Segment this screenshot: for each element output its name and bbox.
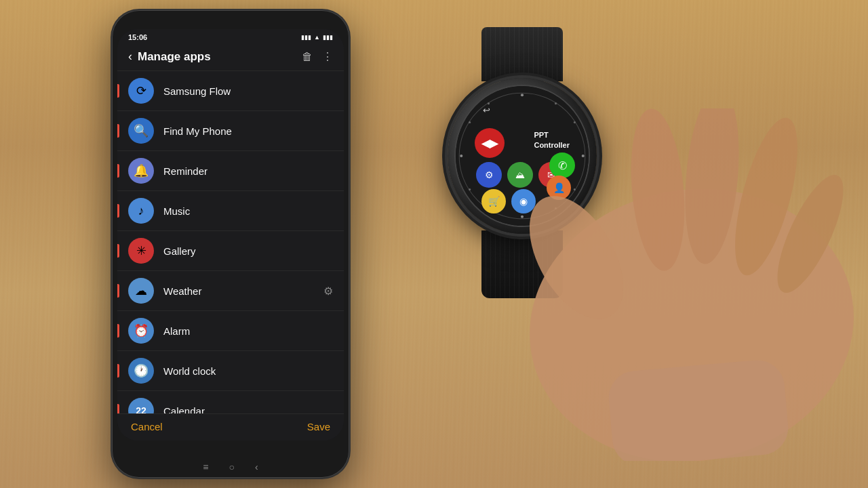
- svg-point-1: [521, 94, 524, 96]
- back-icon[interactable]: ‹: [255, 462, 258, 472]
- app-name-samsung-flow: Samsung Flow: [163, 85, 333, 97]
- header-left: ‹ Manage apps: [128, 49, 211, 64]
- watch-band-top: [481, 27, 563, 81]
- status-icons: ▮▮▮ ▲ ▮▮▮: [301, 34, 333, 41]
- header-actions: 🗑 ⋮: [302, 50, 333, 63]
- app-icon-weather: ☁: [128, 278, 154, 304]
- app-name-find-my-phone: Find My Phone: [163, 125, 333, 137]
- list-item[interactable]: 🔍 Find My Phone: [117, 111, 344, 151]
- delete-icon[interactable]: 🗑: [302, 51, 313, 63]
- app-icon-music: ♪: [128, 198, 154, 224]
- app-icon-calendar: 22: [128, 398, 154, 413]
- app-name-alarm: Alarm: [163, 325, 333, 337]
- bottom-bar: Cancel Save: [117, 413, 344, 441]
- svg-point-6: [574, 121, 576, 123]
- watch-screen: ↩ ◀▶ PPT Controller ⚙ ⛰ ✉ 🛒 ◉: [456, 86, 589, 226]
- list-item[interactable]: 🔔 Reminder: [117, 151, 344, 191]
- svg-point-5: [555, 102, 557, 104]
- list-item[interactable]: ☁ Weather ⚙: [117, 271, 344, 311]
- band-texture-top: [481, 27, 563, 81]
- watch-ppt-icon[interactable]: ◀▶: [475, 128, 505, 158]
- save-button[interactable]: Save: [307, 421, 330, 432]
- list-item[interactable]: 🕐 World clock: [117, 351, 344, 391]
- app-icon-world-clock: 🕐: [128, 358, 154, 384]
- settings-icon[interactable]: ⚙: [323, 285, 333, 298]
- signal-icon: ▮▮▮: [323, 34, 333, 41]
- app-icon-samsung-flow: ⟳: [128, 78, 154, 104]
- app-name-music: Music: [163, 205, 333, 217]
- watch-extra-icons: 🛒 ◉: [481, 189, 536, 214]
- menu-icon[interactable]: ≡: [203, 462, 208, 472]
- watch-icon-contacts[interactable]: 👤: [547, 176, 571, 200]
- watch-app-label: PPT Controller: [534, 130, 570, 151]
- app-name-gallery: Gallery: [163, 245, 333, 257]
- phone-device: 15:06 ▮▮▮ ▲ ▮▮▮ ‹ Manage apps 🗑 ⋮ ⟳ Sam: [112, 10, 349, 478]
- app-icon-gallery: ✳: [128, 238, 154, 264]
- app-name-world-clock: World clock: [163, 365, 333, 377]
- svg-point-2: [582, 155, 585, 157]
- svg-point-4: [460, 155, 462, 157]
- list-item[interactable]: ✳ Gallery: [117, 231, 344, 271]
- app-icon-alarm: ⏰: [128, 318, 154, 344]
- watch-icon-apps[interactable]: ◉: [511, 189, 536, 214]
- svg-point-3: [521, 216, 524, 218]
- wifi-icon: ▲: [314, 34, 320, 41]
- list-item[interactable]: ⏰ Alarm: [117, 311, 344, 351]
- status-time: 15:06: [128, 33, 147, 41]
- phone-screen: 15:06 ▮▮▮ ▲ ▮▮▮ ‹ Manage apps 🗑 ⋮ ⟳ Sam: [117, 29, 344, 441]
- svg-point-10: [469, 188, 471, 190]
- svg-point-11: [469, 121, 471, 123]
- cancel-button[interactable]: Cancel: [131, 421, 163, 432]
- more-options-icon[interactable]: ⋮: [322, 50, 333, 63]
- watch-bezel: ↩ ◀▶ PPT Controller ⚙ ⛰ ✉ 🛒 ◉: [454, 85, 590, 227]
- list-item[interactable]: 22 Calendar: [117, 391, 344, 413]
- svg-point-8: [555, 207, 557, 209]
- home-icon[interactable]: ○: [229, 462, 235, 472]
- watch-icon-shop[interactable]: 🛒: [481, 189, 506, 214]
- app-header: ‹ Manage apps 🗑 ⋮: [117, 44, 344, 71]
- status-bar: 15:06 ▮▮▮ ▲ ▮▮▮: [117, 29, 344, 44]
- app-name-reminder: Reminder: [163, 165, 333, 177]
- phone-home-bar: ≡ ○ ‹: [203, 462, 258, 472]
- svg-point-12: [488, 102, 490, 104]
- back-button[interactable]: ‹: [128, 49, 132, 64]
- list-item[interactable]: ♪ Music: [117, 191, 344, 231]
- watch-icon-map[interactable]: ⛰: [507, 162, 533, 188]
- app-icon-reminder: 🔔: [128, 158, 154, 184]
- band-texture-bottom: [481, 230, 563, 298]
- app-list: ⟳ Samsung Flow 🔍 Find My Phone 🔔 Reminde…: [117, 71, 344, 413]
- page-title: Manage apps: [138, 50, 211, 64]
- svg-point-7: [574, 188, 576, 190]
- watch-icon-phone[interactable]: ✆: [549, 152, 575, 178]
- watch-band-bottom: [481, 230, 563, 298]
- watch-body: ↩ ◀▶ PPT Controller ⚙ ⛰ ✉ 🛒 ◉: [448, 78, 597, 234]
- list-item[interactable]: ⟳ Samsung Flow: [117, 71, 344, 111]
- battery-icon: ▮▮▮: [301, 34, 311, 41]
- watch-back-icon: ↩: [483, 105, 490, 115]
- watch-device: ↩ ◀▶ PPT Controller ⚙ ⛰ ✉ 🛒 ◉: [420, 27, 624, 312]
- app-name-calendar: Calendar: [163, 405, 333, 414]
- watch-icon-settings[interactable]: ⚙: [476, 162, 502, 188]
- app-icon-find-my-phone: 🔍: [128, 118, 154, 144]
- app-name-weather: Weather: [163, 285, 314, 297]
